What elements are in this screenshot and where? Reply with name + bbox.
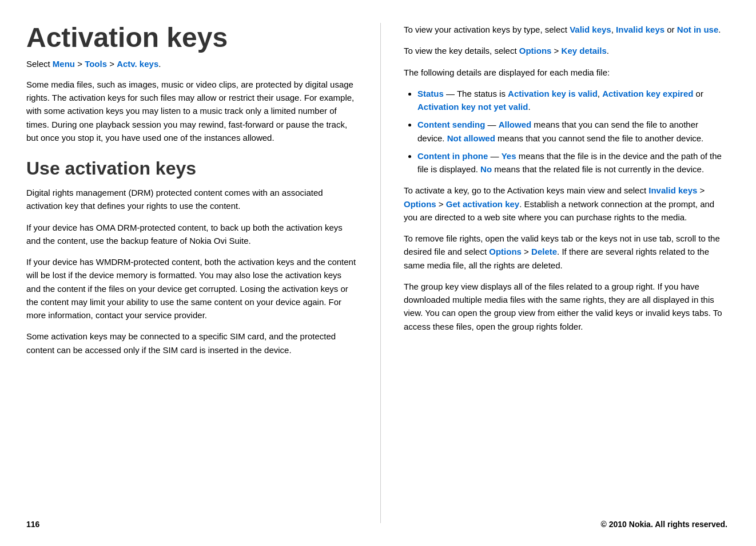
group-para: The group key view displays all of the f… bbox=[404, 280, 727, 333]
tools-link[interactable]: Tools bbox=[85, 59, 107, 69]
drm-para3: If your device has WMDRM-protected conte… bbox=[26, 255, 357, 322]
select-instruction: Select Menu > Tools > Actv. keys. bbox=[26, 59, 357, 69]
or2: or bbox=[693, 89, 703, 98]
options1-link[interactable]: Options bbox=[519, 46, 552, 56]
bullet2-end: means that you cannot send the file to a… bbox=[495, 133, 703, 143]
allowed-link[interactable]: Allowed bbox=[499, 120, 532, 129]
following-text: The following details are displayed for … bbox=[404, 66, 727, 79]
status-label[interactable]: Status bbox=[417, 89, 444, 98]
copyright: © 2010 Nokia. All rights reserved. bbox=[601, 520, 727, 529]
key-details-para: To view the key details, select Options … bbox=[404, 44, 727, 57]
key-details-link[interactable]: Key details bbox=[562, 46, 607, 56]
content-sending-label[interactable]: Content sending bbox=[417, 120, 485, 129]
yes-link[interactable]: Yes bbox=[502, 151, 516, 161]
section-title: Use activation keys bbox=[26, 158, 357, 179]
drm-para2: If your device has OMA DRM-protected con… bbox=[26, 221, 357, 248]
no-link[interactable]: No bbox=[480, 164, 492, 174]
comma: , bbox=[611, 25, 616, 34]
activation-key-not-yet-valid-link[interactable]: Activation key not yet valid bbox=[417, 102, 528, 112]
activation-key-expired-link[interactable]: Activation key expired bbox=[602, 89, 693, 98]
options3-link[interactable]: Options bbox=[489, 247, 522, 256]
not-allowed-link[interactable]: Not allowed bbox=[447, 133, 495, 143]
status-dash: — The status is bbox=[444, 89, 508, 98]
or: or bbox=[665, 25, 677, 34]
page-number: 116 bbox=[26, 520, 39, 529]
bullet3-dash: — bbox=[488, 151, 501, 161]
invalid-keys2-link[interactable]: Invalid keys bbox=[648, 185, 697, 195]
period: . bbox=[718, 25, 721, 34]
drm-para1: Digital rights management (DRM) protecte… bbox=[26, 186, 357, 213]
content-in-phone-item: Content in phone — Yes means that the fi… bbox=[417, 149, 727, 176]
invalid-keys-link[interactable]: Invalid keys bbox=[616, 25, 665, 34]
gt4: > bbox=[522, 247, 531, 256]
intro-paragraph: Some media files, such as images, music … bbox=[26, 78, 357, 144]
activate-para: To activate a key, go to the Activation … bbox=[404, 184, 727, 224]
select-suffix: . bbox=[158, 59, 161, 69]
left-column: Activation keys Select Menu > Tools > Ac… bbox=[26, 23, 381, 523]
gt3: > bbox=[436, 199, 446, 209]
actv-keys-link[interactable]: Actv. keys bbox=[117, 59, 158, 69]
comma2: , bbox=[598, 89, 602, 98]
content-sending-item: Content sending — Allowed means that you… bbox=[417, 118, 727, 145]
status-item: Status — The status is Activation key is… bbox=[417, 87, 727, 114]
period3: . bbox=[528, 102, 530, 112]
page-footer: 116 © 2010 Nokia. All rights reserved. bbox=[26, 520, 727, 529]
select-prefix: Select bbox=[26, 59, 53, 69]
menu-link[interactable]: Menu bbox=[53, 59, 75, 69]
drm-para4: Some activation keys may be connected to… bbox=[26, 330, 357, 357]
view-keys-para: To view your activation keys by type, se… bbox=[404, 23, 727, 36]
get-activation-key-link[interactable]: Get activation key bbox=[446, 199, 519, 209]
bullet3-end: means that the related file is not curre… bbox=[492, 164, 704, 174]
key-details-prefix: To view the key details, select bbox=[404, 46, 519, 56]
delete-link[interactable]: Delete bbox=[531, 247, 557, 256]
sep2: > bbox=[107, 59, 117, 69]
page-title: Activation keys bbox=[26, 23, 357, 53]
not-in-use-link[interactable]: Not in use bbox=[677, 25, 719, 34]
valid-keys-link[interactable]: Valid keys bbox=[570, 25, 611, 34]
period2: . bbox=[607, 46, 609, 56]
details-list: Status — The status is Activation key is… bbox=[404, 87, 727, 176]
gt2: > bbox=[697, 185, 705, 195]
gt1: > bbox=[551, 46, 561, 56]
remove-para: To remove file rights, open the valid ke… bbox=[404, 232, 727, 272]
view-keys-prefix: To view your activation keys by type, se… bbox=[404, 25, 570, 34]
right-column: To view your activation keys by type, se… bbox=[381, 23, 727, 523]
activation-key-valid-link[interactable]: Activation key is valid bbox=[508, 89, 598, 98]
content-in-phone-label[interactable]: Content in phone bbox=[417, 151, 488, 161]
bullet2-dash: — bbox=[485, 120, 498, 129]
activate-prefix: To activate a key, go to the Activation … bbox=[404, 185, 648, 195]
sep1: > bbox=[75, 59, 85, 69]
options2-link[interactable]: Options bbox=[404, 199, 436, 209]
